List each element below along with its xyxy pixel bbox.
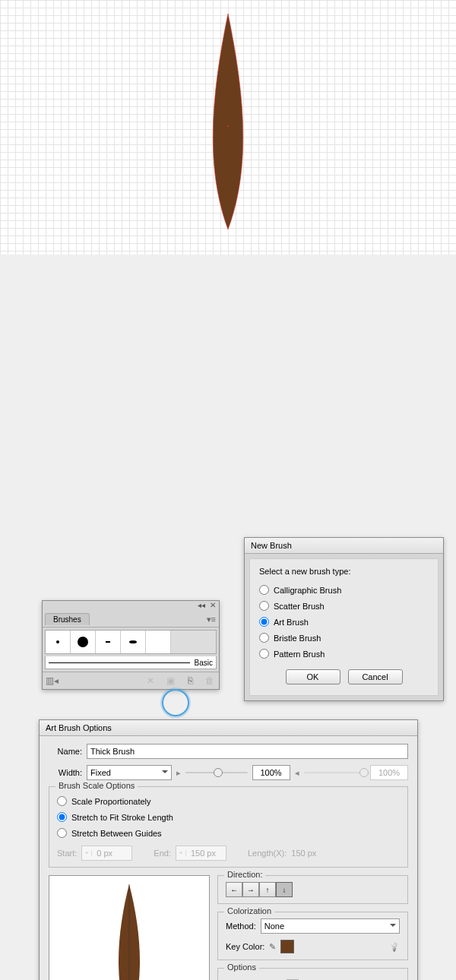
collapse-left-icon[interactable]: ◂◂ <box>198 601 205 609</box>
brush-type-option[interactable]: Bristle Brush <box>259 630 429 646</box>
basic-label: Basic <box>190 659 213 667</box>
cancel-button[interactable]: Cancel <box>348 669 403 684</box>
colorization-group: Colorization Method: None Key Color: <box>217 912 408 960</box>
scale-option[interactable]: Scale Proportionately <box>57 793 400 809</box>
length-value: 150 px <box>291 849 316 858</box>
direction-down-button[interactable]: ↓ <box>276 882 293 897</box>
basic-brush-row[interactable]: Basic <box>45 656 217 669</box>
width-right-stop-icon: ◂ <box>295 768 299 778</box>
end-label: End: <box>154 849 171 858</box>
dialog-title: Art Brush Options <box>40 720 417 736</box>
end-stepper: ÷150 px <box>176 846 226 861</box>
width-mode-select[interactable]: Fixed <box>87 765 172 780</box>
prompt-text: Select a new brush type: <box>259 567 429 576</box>
tips-icon[interactable] <box>389 942 400 952</box>
artboard-canvas[interactable] <box>0 0 456 254</box>
brush-swatch-row <box>45 630 217 654</box>
name-label: Name: <box>49 747 82 756</box>
brushes-panel: ◂◂ ✕ Brushes ▾≡ Basic ▥◂ ✕ ▣ ⎘ 🗑 <box>42 600 220 690</box>
library-icon[interactable]: ▥◂ <box>46 675 58 687</box>
brush-swatch[interactable] <box>71 631 96 653</box>
brush-type-option[interactable]: Calligraphic Brush <box>259 582 429 598</box>
scale-option[interactable]: Stretch Between Guides <box>57 825 400 841</box>
dialog-title: New Brush <box>245 538 443 554</box>
width-label: Width: <box>49 768 82 777</box>
width-left-stop-icon: ▸ <box>176 768 181 778</box>
brush-swatch[interactable] <box>146 631 171 653</box>
brushes-tab[interactable]: Brushes <box>45 613 90 625</box>
direction-up-button[interactable]: ↑ <box>259 882 276 897</box>
brush-preview-box <box>49 875 210 980</box>
flip-along-checkbox[interactable]: Flip Along ⇆ <box>226 975 333 980</box>
remove-stroke-icon: ✕ <box>144 675 157 687</box>
name-input[interactable] <box>87 744 408 759</box>
brush-swatch-empty <box>171 631 216 653</box>
new-brush-icon[interactable]: ⎘ <box>184 675 196 687</box>
method-select[interactable]: None <box>261 918 400 934</box>
direction-group: Direction: ← → ↑ ↓ <box>217 875 408 904</box>
keycolor-swatch[interactable] <box>280 940 294 953</box>
direction-right-button[interactable]: → <box>242 882 259 897</box>
close-icon[interactable]: ✕ <box>210 601 216 609</box>
brush-swatch[interactable] <box>96 631 121 653</box>
brush-swatch[interactable] <box>46 631 71 653</box>
direction-left-button[interactable]: ← <box>226 882 242 897</box>
brush-swatch[interactable] <box>121 631 146 653</box>
width-percent[interactable]: 100% <box>252 765 290 780</box>
trash-icon: 🗑 <box>204 675 216 687</box>
start-stepper: ÷0 px <box>81 846 132 861</box>
scale-option[interactable]: Stretch to Fit Stroke Length <box>57 809 400 825</box>
options-icon: ▣ <box>164 675 176 687</box>
brush-type-option[interactable]: Scatter Brush <box>259 598 429 614</box>
width-percent-secondary: 100% <box>370 765 408 780</box>
annotation-highlight <box>162 689 189 716</box>
panel-menu-icon[interactable]: ▾≡ <box>207 615 216 624</box>
method-label: Method: <box>226 922 256 931</box>
brush-type-option[interactable]: Art Brush <box>259 614 429 630</box>
brush-scale-group: Brush Scale Options Scale Proportionatel… <box>49 786 408 868</box>
options-group: Options Flip Along ⇆ Flip Across ⇅ <box>217 968 408 980</box>
svg-point-0 <box>227 125 229 127</box>
keycolor-label: Key Color: <box>226 942 264 951</box>
ok-button[interactable]: OK <box>286 669 340 684</box>
brush-preview-line <box>49 662 190 663</box>
leaf-shape[interactable] <box>198 12 258 232</box>
brush-type-option[interactable]: Pattern Brush <box>259 646 429 662</box>
width-slider-secondary <box>304 769 366 776</box>
new-brush-dialog: New Brush Select a new brush type: Calli… <box>244 537 444 701</box>
length-label: Length(X): <box>248 849 287 858</box>
eyedropper-icon[interactable] <box>269 942 276 952</box>
width-slider[interactable] <box>185 769 248 776</box>
art-brush-options-dialog: Art Brush Options Name: Width: Fixed ▸ 1… <box>39 719 418 980</box>
start-label: Start: <box>57 849 77 858</box>
